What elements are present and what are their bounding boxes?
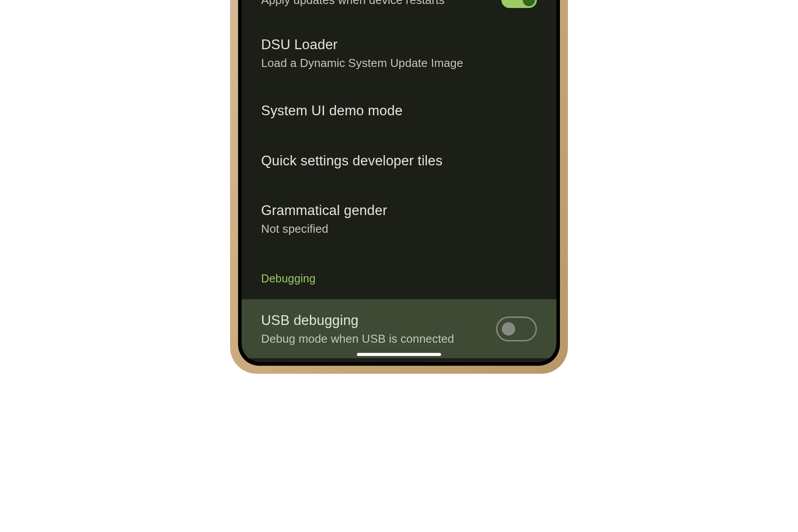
setting-subtitle: Not specified (261, 222, 387, 236)
setting-item-demo-mode[interactable]: System UI demo mode (242, 102, 556, 120)
setting-title: Grammatical gender (261, 202, 387, 219)
setting-text: System UI demo mode (261, 102, 403, 120)
setting-title: DSU Loader (261, 36, 463, 54)
toggle-usb-debugging[interactable] (496, 317, 537, 341)
setting-text: DSU Loader Load a Dynamic System Update … (261, 36, 463, 70)
setting-subtitle: Debug mode when USB is connected (261, 332, 454, 346)
screen-bezel: Apply updates when device restarts DSU L… (238, 0, 560, 366)
section-header-debugging: Debugging (242, 272, 556, 285)
setting-title: System UI demo mode (261, 102, 403, 120)
setting-text: Grammatical gender Not specified (261, 202, 387, 236)
setting-text: Apply updates when device restarts (261, 0, 445, 7)
setting-subtitle: Apply updates when device restarts (261, 0, 445, 7)
setting-item-usb-debugging[interactable]: USB debugging Debug mode when USB is con… (242, 299, 556, 358)
navigation-bar-handle[interactable] (357, 353, 441, 356)
setting-title: USB debugging (261, 312, 454, 329)
toggle-apply-updates[interactable] (501, 0, 537, 8)
settings-list: Apply updates when device restarts DSU L… (242, 0, 556, 360)
screen: Apply updates when device restarts DSU L… (242, 0, 556, 362)
setting-title: Quick settings developer tiles (261, 152, 442, 170)
setting-item-apply-updates[interactable]: Apply updates when device restarts (242, 0, 556, 9)
setting-subtitle: Load a Dynamic System Update Image (261, 56, 463, 70)
setting-item-dsu-loader[interactable]: DSU Loader Load a Dynamic System Update … (242, 36, 556, 70)
setting-item-quick-settings[interactable]: Quick settings developer tiles (242, 152, 556, 170)
setting-text: Quick settings developer tiles (261, 152, 442, 170)
setting-text: USB debugging Debug mode when USB is con… (261, 312, 454, 346)
phone-body: Apply updates when device restarts DSU L… (230, 0, 568, 374)
phone-frame: Apply updates when device restarts DSU L… (230, 0, 568, 374)
setting-item-grammatical-gender[interactable]: Grammatical gender Not specified (242, 202, 556, 236)
